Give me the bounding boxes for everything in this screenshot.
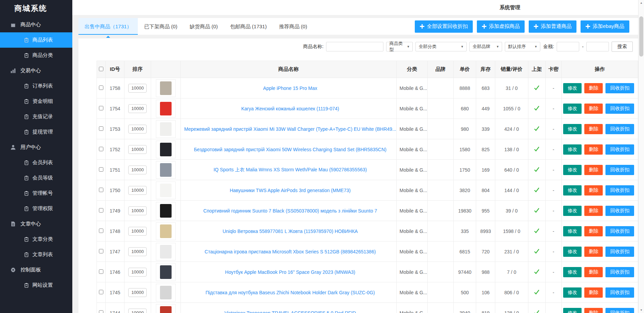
toolbar-button[interactable]: 添加虚拟商品 [477, 20, 525, 33]
sidebar-item[interactable]: 文章列表 [0, 247, 72, 262]
row-checkbox[interactable] [99, 147, 103, 151]
delete-button[interactable]: 删除 [584, 308, 603, 313]
recycle-discount-button[interactable]: 回收折扣 [605, 144, 634, 155]
delete-button[interactable]: 删除 [584, 267, 603, 277]
edit-button[interactable]: 修改 [563, 206, 582, 216]
sidebar-section-4[interactable]: 控制面板 [0, 262, 72, 278]
sidebar-item[interactable]: 资金明细 [0, 94, 72, 109]
filter-select[interactable]: 商品类型▼ [386, 42, 413, 51]
filter-select[interactable]: 全部分类▼ [415, 42, 467, 51]
vertical-scrollbar[interactable]: ▲ ▼ [638, 0, 644, 313]
edit-button[interactable]: 修改 [563, 185, 582, 195]
product-name-link[interactable]: Стаціонарна ігрова приставка Microsoft X… [205, 249, 376, 254]
tab-item[interactable]: 已下架商品 (0) [138, 18, 184, 35]
sort-input[interactable] [128, 166, 147, 174]
sidebar-item[interactable]: 商品分类 [0, 48, 72, 63]
edit-button[interactable]: 修改 [563, 267, 582, 277]
sort-input[interactable] [128, 309, 147, 313]
sort-input[interactable] [128, 125, 147, 134]
edit-button[interactable]: 修改 [563, 308, 582, 313]
delete-button[interactable]: 删除 [584, 104, 603, 114]
row-checkbox[interactable] [99, 310, 103, 313]
tab-item[interactable]: 缺货商品 (0) [184, 18, 224, 35]
recycle-discount-button[interactable]: 回收折扣 [605, 287, 634, 298]
recycle-discount-button[interactable]: 回收折扣 [605, 124, 634, 134]
sort-input[interactable] [128, 145, 147, 154]
delete-button[interactable]: 删除 [584, 185, 603, 195]
recycle-discount-button[interactable]: 回收折扣 [605, 185, 634, 195]
sort-input[interactable] [128, 84, 147, 93]
edit-button[interactable]: 修改 [563, 247, 582, 257]
recycle-discount-button[interactable]: 回收折扣 [605, 83, 634, 93]
tab-active[interactable]: 出售中商品（1731） [78, 18, 138, 35]
delete-button[interactable]: 删除 [584, 226, 603, 236]
sidebar-item[interactable]: 充值记录 [0, 109, 72, 124]
sidebar-section-3[interactable]: 文章中心 [0, 216, 72, 232]
search-button[interactable]: 搜索 [612, 42, 633, 52]
product-name-link[interactable]: Uniqlo Ветровка 558977081 L Жовта (11597… [222, 229, 358, 234]
delete-button[interactable]: 删除 [584, 206, 603, 216]
sidebar-item[interactable]: 提现管理 [0, 124, 72, 140]
tab-item[interactable]: 推荐商品 (0) [273, 18, 313, 35]
system-admin-menu[interactable]: 系统管理 [500, 4, 520, 11]
select-all-checkbox[interactable] [99, 67, 103, 71]
amount-max-input[interactable] [586, 42, 609, 51]
row-checkbox[interactable] [99, 85, 103, 90]
edit-button[interactable]: 修改 [563, 144, 582, 155]
row-checkbox[interactable] [99, 106, 103, 110]
delete-button[interactable]: 删除 [584, 247, 603, 257]
toolbar-button[interactable]: 添加ebay商品 [581, 20, 629, 33]
amount-min-input[interactable] [557, 42, 579, 51]
sort-input[interactable] [128, 227, 147, 236]
product-name-link[interactable]: Karya Женский кожаный кошелек (1119-074) [241, 106, 339, 111]
product-name-link[interactable]: Victorinox Тревелдер TRAVEL ACCESSORIES … [224, 310, 356, 313]
filter-select[interactable]: 默认排序▼ [505, 42, 540, 51]
toolbar-button[interactable]: 全部设置回收折扣 [415, 20, 473, 33]
row-checkbox[interactable] [99, 188, 103, 192]
recycle-discount-button[interactable]: 回收折扣 [605, 308, 634, 313]
sort-input[interactable] [128, 104, 147, 113]
row-checkbox[interactable] [99, 229, 103, 233]
product-name-link[interactable]: Навушники TWS Apple AirPods 3rd generati… [230, 188, 350, 193]
sidebar-section-2[interactable]: 用户中心 [0, 140, 72, 155]
delete-button[interactable]: 删除 [584, 144, 603, 155]
recycle-discount-button[interactable]: 回收折扣 [605, 104, 634, 114]
scrollbar-thumb[interactable] [639, 16, 643, 57]
row-checkbox[interactable] [99, 249, 103, 253]
sidebar-item[interactable]: 网站设置 [0, 278, 72, 293]
sort-input[interactable] [128, 206, 147, 215]
sidebar-item[interactable]: 商品列表 [0, 32, 72, 48]
row-checkbox[interactable] [99, 290, 103, 294]
recycle-discount-button[interactable]: 回收折扣 [605, 206, 634, 216]
sidebar-section-0[interactable]: 商品中心 [0, 17, 72, 32]
sort-input[interactable] [128, 247, 147, 256]
sidebar-item[interactable]: 管理帐号 [0, 186, 72, 201]
delete-button[interactable]: 删除 [584, 165, 603, 175]
scrollbar-down-arrow[interactable]: ▼ [639, 307, 644, 313]
product-name-link[interactable]: Apple iPhone 15 Pro Max [263, 85, 317, 91]
recycle-discount-button[interactable]: 回收折扣 [605, 267, 634, 277]
recycle-discount-button[interactable]: 回收折扣 [605, 165, 634, 175]
row-checkbox[interactable] [99, 126, 103, 131]
tab-item[interactable]: 包邮商品 (1731) [224, 18, 273, 35]
product-name-link[interactable]: Бездротовий зарядний пристрій Xiaomi 50W… [194, 147, 386, 152]
product-name-link[interactable]: Мережевий зарядний пристрій Xiaomi Mi 33… [184, 126, 396, 132]
product-name-link[interactable]: Спортивний годинник Suunto 7 Black (SS05… [203, 208, 377, 214]
edit-button[interactable]: 修改 [563, 226, 582, 236]
edit-button[interactable]: 修改 [563, 165, 582, 175]
edit-button[interactable]: 修改 [563, 124, 582, 134]
sidebar-item[interactable]: 管理权限 [0, 201, 72, 216]
recycle-discount-button[interactable]: 回收折扣 [605, 247, 634, 257]
sidebar-item[interactable]: 文章分类 [0, 232, 72, 247]
sort-input[interactable] [128, 288, 147, 297]
scrollbar-up-arrow[interactable]: ▲ [639, 0, 644, 6]
sidebar-item[interactable]: 会员列表 [0, 155, 72, 170]
edit-button[interactable]: 修改 [563, 104, 582, 114]
product-name-link[interactable]: Підставка для ноутбука Baseus Zhichi Not… [205, 290, 375, 295]
delete-button[interactable]: 删除 [584, 124, 603, 134]
row-checkbox[interactable] [99, 269, 103, 274]
recycle-discount-button[interactable]: 回收折扣 [605, 226, 634, 236]
product-name-link[interactable]: Ноутбук Apple MacBook Pro 16" Space Gray… [225, 269, 355, 275]
sort-input[interactable] [128, 186, 147, 195]
delete-button[interactable]: 删除 [584, 83, 603, 93]
